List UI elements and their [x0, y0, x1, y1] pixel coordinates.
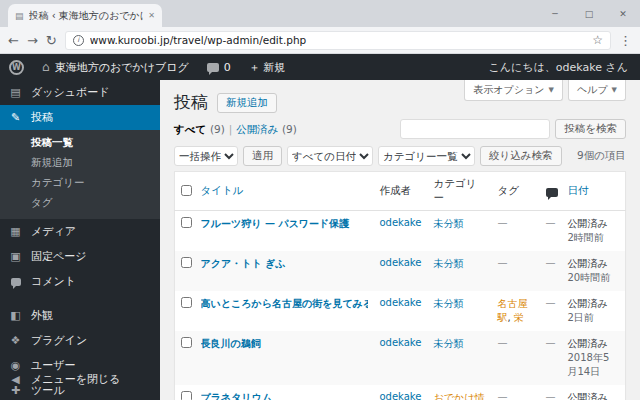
post-category-link[interactable]: 未分類	[434, 298, 464, 309]
add-new-post-button[interactable]: 新規追加	[217, 93, 277, 113]
url-text[interactable]: www.kuroobi.jp/travel/wp-admin/edit.php	[90, 34, 587, 46]
window-controls: ─ □ ✕	[538, 0, 640, 27]
sidebar-item-media[interactable]: ▦メディア	[0, 219, 160, 244]
post-category-link[interactable]: 未分類	[434, 218, 464, 229]
collapse-menu-label: メニューを閉じる	[31, 372, 121, 387]
empty-tags: —	[498, 337, 508, 348]
help-button[interactable]: ヘルプ▼	[568, 80, 626, 101]
forward-icon[interactable]: →	[27, 33, 38, 48]
sidebar-item-dashboard[interactable]: ▤ダッシュボード	[0, 80, 160, 105]
wp-admin-bar: W ⌂ 東海地方のおでかけブログ 0 ＋ 新規 こんにちは、odekake さん	[0, 54, 640, 80]
post-author-link[interactable]: odekake	[380, 297, 422, 308]
appearance-icon: ◧	[9, 309, 22, 322]
post-status: 公開済み	[568, 297, 620, 311]
post-author-link[interactable]: odekake	[380, 257, 422, 268]
post-category-link[interactable]: 未分類	[434, 338, 464, 349]
post-status: 公開済み	[568, 257, 620, 271]
browser-tab-strip: ▤ 投稿 ‹ 東海地方のおでかけ ✕ ─ □ ✕	[0, 0, 640, 27]
dashboard-icon: ▤	[9, 86, 22, 99]
page-info-icon[interactable]: i	[73, 35, 84, 46]
wp-logo-menu[interactable]: W	[0, 54, 33, 80]
post-author-link[interactable]: odekake	[380, 217, 422, 228]
filter-button[interactable]: 絞り込み検索	[480, 146, 562, 166]
sidebar-item-plugins[interactable]: ❖プラグイン	[0, 328, 160, 353]
tab-title: 投稿 ‹ 東海地方のおでかけ	[29, 9, 144, 23]
sidebar-item-posts[interactable]: ✎投稿	[0, 105, 160, 130]
post-title-link[interactable]: 高いところから名古屋の街を見てみる	[201, 297, 368, 311]
row-checkbox[interactable]	[181, 337, 192, 348]
tab-close-icon[interactable]: ✕	[148, 11, 155, 20]
view-published-link[interactable]: 公開済み (9)	[236, 123, 296, 135]
table-row: アクア・トト ぎふodekake未分類——公開済み20時間前	[175, 251, 626, 291]
submenu-item[interactable]: カテゴリー	[0, 173, 160, 193]
account-greeting[interactable]: こんにちは、odekake さん	[489, 60, 640, 75]
site-name-menu[interactable]: ⌂ 東海地方のおでかけブログ	[33, 54, 198, 80]
category-filter-select[interactable]: カテゴリー一覧	[378, 146, 475, 166]
column-header-title[interactable]: タイトル	[195, 172, 374, 211]
sidebar-item-label: プラグイン	[31, 333, 87, 348]
row-checkbox[interactable]	[181, 297, 192, 308]
refresh-icon[interactable]: ↻	[46, 33, 57, 48]
comments-cell: —	[546, 391, 556, 400]
post-author-link[interactable]: odekake	[380, 391, 422, 400]
post-author-link[interactable]: odekake	[380, 337, 422, 348]
row-checkbox[interactable]	[181, 217, 192, 228]
post-title-link[interactable]: 長良川の鵜飼	[201, 337, 368, 351]
screen-options-button[interactable]: 表示オプション▼	[464, 80, 563, 101]
browser-menu-icon[interactable]: ⋮	[619, 33, 632, 48]
search-posts-button[interactable]: 投稿を検索	[555, 119, 626, 139]
submenu-item[interactable]: 新規追加	[0, 153, 160, 173]
comments-icon	[9, 275, 22, 288]
row-checkbox[interactable]	[181, 257, 192, 268]
apply-button[interactable]: 適用	[243, 146, 282, 166]
browser-toolbar: ← → ↻ i www.kuroobi.jp/travel/wp-admin/e…	[0, 27, 640, 54]
table-header-row: タイトル 作成者 カテゴリー タグ 日付	[175, 172, 626, 211]
admin-bar-comments[interactable]: 0	[198, 54, 240, 80]
window-minimize-button[interactable]: ─	[538, 0, 572, 27]
post-title-link[interactable]: アクア・トト ぎふ	[201, 257, 368, 271]
comments-cell: —	[546, 297, 556, 308]
items-count: 9個の項目	[577, 149, 626, 163]
bookmark-star-icon[interactable]: ☆	[592, 33, 603, 47]
back-icon[interactable]: ←	[8, 33, 19, 48]
sidebar-item-label: ダッシュボード	[31, 85, 110, 100]
column-header-date[interactable]: 日付	[562, 172, 626, 211]
posts-table: タイトル 作成者 カテゴリー タグ 日付 フルーツ狩り — パスワード保護ode…	[174, 171, 626, 400]
search-posts-input[interactable]	[400, 119, 550, 139]
window-close-button[interactable]: ✕	[606, 0, 640, 27]
empty-tags: —	[498, 391, 508, 400]
window-maximize-button[interactable]: □	[572, 0, 606, 27]
post-tag-link[interactable]: 栄	[514, 312, 524, 323]
post-title-link[interactable]: フルーツ狩り — パスワード保護	[201, 217, 368, 231]
wordpress-logo-icon: W	[9, 60, 24, 75]
search-box: 投稿を検索	[400, 119, 626, 139]
new-content-menu[interactable]: ＋ 新規	[240, 54, 295, 80]
post-title-link[interactable]: プラネタリウム	[201, 391, 368, 400]
column-header-comments[interactable]	[540, 172, 562, 211]
bulk-actions-select[interactable]: 一括操作	[174, 146, 238, 166]
view-all-link[interactable]: すべて (9)	[174, 123, 225, 135]
browser-tab[interactable]: ▤ 投稿 ‹ 東海地方のおでかけ ✕	[8, 4, 162, 27]
row-checkbox[interactable]	[181, 391, 192, 400]
sidebar-item-appearance[interactable]: ◧外観	[0, 303, 160, 328]
post-date: 20時間前	[568, 271, 620, 285]
admin-sidebar: ▤ダッシュボード✎投稿投稿一覧新規追加カテゴリータグ▦メディア▣固定ページコメン…	[0, 80, 160, 400]
submenu-item[interactable]: タグ	[0, 193, 160, 213]
empty-tags: —	[498, 257, 508, 268]
dates-filter-select[interactable]: すべての日付	[287, 146, 373, 166]
media-icon: ▦	[9, 225, 22, 238]
post-date: 2時間前	[568, 231, 620, 245]
comments-cell: —	[546, 217, 556, 228]
select-all-checkbox[interactable]	[181, 185, 192, 196]
sidebar-item-pages[interactable]: ▣固定ページ	[0, 244, 160, 269]
table-row: フルーツ狩り — パスワード保護odekake未分類——公開済み2時間前	[175, 211, 626, 252]
post-category-link[interactable]: おでかけ情報	[434, 392, 485, 400]
sidebar-item-comments[interactable]: コメント	[0, 269, 160, 294]
address-bar[interactable]: i www.kuroobi.jp/travel/wp-admin/edit.ph…	[65, 31, 611, 50]
comments-count: 0	[224, 61, 231, 74]
column-header-tags: タグ	[492, 172, 540, 211]
post-category-link[interactable]: 未分類	[434, 258, 464, 269]
collapse-menu-button[interactable]: ◀ メニューを閉じる	[0, 367, 160, 392]
pages-icon: ▣	[9, 250, 22, 263]
submenu-item[interactable]: 投稿一覧	[0, 133, 160, 153]
